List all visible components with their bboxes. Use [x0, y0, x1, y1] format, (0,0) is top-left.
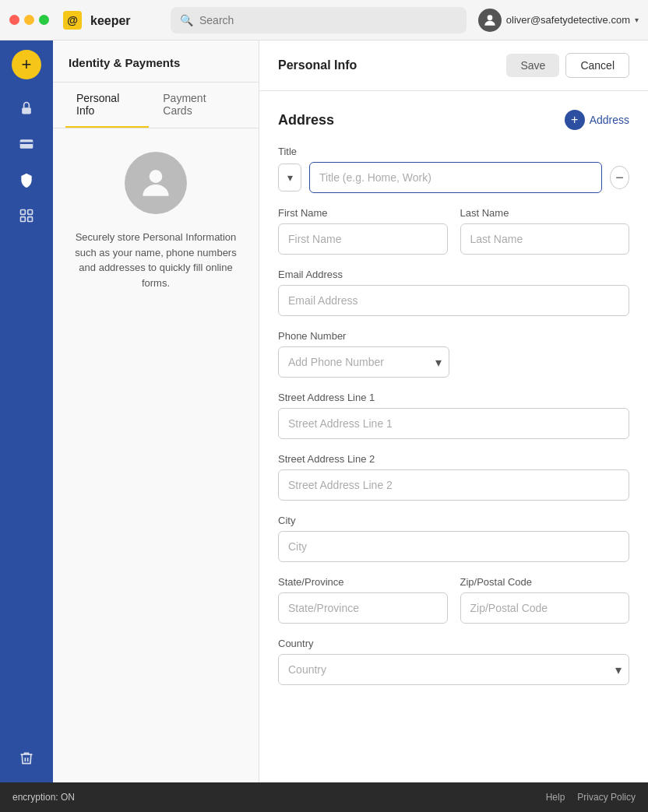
- city-group: City: [278, 515, 629, 562]
- svg-text:keeper: keeper: [90, 14, 131, 27]
- secondary-sidebar: Identity & Payments Personal Info Paymen…: [53, 40, 259, 782]
- nav-card-icon[interactable]: [12, 129, 41, 159]
- country-label: Country: [278, 638, 629, 649]
- chevron-down-icon: ▾: [635, 16, 639, 24]
- content-scroll[interactable]: Address + Address Title ▾ − First Name: [259, 91, 648, 782]
- city-label: City: [278, 515, 629, 526]
- title-dropdown-button[interactable]: ▾: [278, 163, 301, 192]
- add-address-button[interactable]: + Address: [565, 110, 629, 130]
- state-group: State/Province: [278, 576, 448, 624]
- add-button[interactable]: +: [12, 50, 41, 79]
- save-button[interactable]: Save: [506, 54, 559, 77]
- svg-rect-10: [28, 217, 33, 222]
- svg-rect-6: [20, 142, 33, 145]
- keeper-logo: @ keeper: [63, 8, 157, 33]
- first-name-group: First Name: [278, 207, 448, 255]
- email-group: Email Address: [278, 269, 629, 316]
- street1-group: Street Address Line 1: [278, 392, 629, 439]
- state-label: State/Province: [278, 576, 448, 588]
- sidebar-description: Securely store Personal Information such…: [69, 230, 243, 290]
- name-row: First Name Last Name: [278, 207, 629, 269]
- nav-shield-icon[interactable]: [12, 165, 41, 195]
- traffic-lights: [9, 15, 49, 25]
- main-layout: +: [0, 40, 648, 782]
- street2-label: Street Address Line 2: [278, 453, 629, 465]
- svg-rect-4: [22, 107, 31, 114]
- icon-sidebar: +: [0, 40, 53, 782]
- content-title: Personal Info: [278, 58, 506, 72]
- tab-payment-cards[interactable]: Payment Cards: [152, 83, 246, 128]
- svg-rect-8: [28, 210, 33, 215]
- first-name-input[interactable]: [278, 223, 448, 255]
- state-zip-row: State/Province Zip/Postal Code: [278, 576, 629, 638]
- add-address-label: Address: [590, 114, 629, 126]
- nav-layout-icon[interactable]: [12, 201, 41, 230]
- privacy-policy-link[interactable]: Privacy Policy: [577, 792, 636, 803]
- sidebar-title: Identity & Payments: [53, 40, 259, 83]
- phone-select[interactable]: Add Phone Number: [278, 346, 449, 378]
- zip-group: Zip/Postal Code: [460, 576, 630, 624]
- close-button[interactable]: [9, 15, 19, 25]
- avatar-icon: [136, 163, 175, 202]
- first-name-label: First Name: [278, 207, 448, 219]
- nav-lock-icon[interactable]: [12, 93, 41, 123]
- zip-input[interactable]: [460, 592, 630, 624]
- last-name-group: Last Name: [460, 207, 630, 255]
- user-email-label: oliver@safetydetective.com: [506, 14, 630, 26]
- email-input[interactable]: [278, 285, 629, 316]
- phone-group: Phone Number Add Phone Number: [278, 330, 629, 378]
- phone-select-wrapper[interactable]: Add Phone Number: [278, 346, 449, 378]
- sidebar-content: Securely store Personal Information such…: [53, 128, 259, 782]
- country-select[interactable]: Country: [278, 654, 629, 685]
- last-name-label: Last Name: [460, 207, 630, 219]
- cancel-button[interactable]: Cancel: [565, 53, 629, 78]
- phone-label: Phone Number: [278, 330, 629, 342]
- tab-personal-info[interactable]: Personal Info: [65, 83, 149, 128]
- nav-trash-icon[interactable]: [12, 743, 41, 773]
- street2-group: Street Address Line 2: [278, 453, 629, 501]
- search-bar[interactable]: 🔍: [171, 7, 467, 33]
- country-select-wrapper[interactable]: Country: [278, 654, 629, 685]
- street2-input[interactable]: [278, 469, 629, 501]
- country-group: Country Country: [278, 638, 629, 685]
- logo-icon: @ keeper: [63, 8, 157, 33]
- maximize-button[interactable]: [39, 15, 49, 25]
- remove-address-button[interactable]: −: [610, 166, 629, 189]
- svg-rect-9: [21, 217, 26, 222]
- profile-avatar: [125, 152, 187, 214]
- user-menu[interactable]: oliver@safetydetective.com ▾: [478, 9, 639, 32]
- state-input[interactable]: [278, 592, 448, 624]
- title-field-group: Title ▾ −: [278, 146, 629, 193]
- user-icon: [482, 12, 498, 28]
- encryption-status: encryption: ON: [12, 792, 75, 803]
- svg-point-11: [150, 170, 163, 183]
- footer: encryption: ON Help Privacy Policy: [0, 782, 648, 812]
- svg-rect-7: [21, 210, 26, 215]
- help-link[interactable]: Help: [546, 792, 565, 803]
- search-input[interactable]: [199, 14, 457, 26]
- sidebar-tabs: Personal Info Payment Cards: [53, 83, 259, 128]
- avatar: [478, 9, 502, 32]
- svg-point-3: [488, 15, 493, 20]
- footer-links: Help Privacy Policy: [546, 792, 636, 803]
- street1-label: Street Address Line 1: [278, 392, 629, 403]
- title-input[interactable]: [309, 162, 602, 193]
- city-input[interactable]: [278, 531, 629, 562]
- add-circle-icon: +: [565, 110, 585, 130]
- title-row: ▾ −: [278, 162, 629, 193]
- last-name-input[interactable]: [460, 223, 630, 255]
- minimize-button[interactable]: [24, 15, 34, 25]
- zip-label: Zip/Postal Code: [460, 576, 630, 588]
- content-header: Personal Info Save Cancel: [259, 40, 648, 91]
- search-icon: 🔍: [180, 14, 193, 26]
- title-bar: @ keeper 🔍 oliver@safetydetective.com ▾: [0, 0, 648, 40]
- street1-input[interactable]: [278, 408, 629, 439]
- section-title: Address: [278, 112, 565, 128]
- section-header: Address + Address: [278, 110, 629, 130]
- email-label: Email Address: [278, 269, 629, 280]
- svg-text:@: @: [67, 14, 78, 26]
- title-label: Title: [278, 146, 629, 157]
- content-area: Personal Info Save Cancel Address + Addr…: [259, 40, 648, 782]
